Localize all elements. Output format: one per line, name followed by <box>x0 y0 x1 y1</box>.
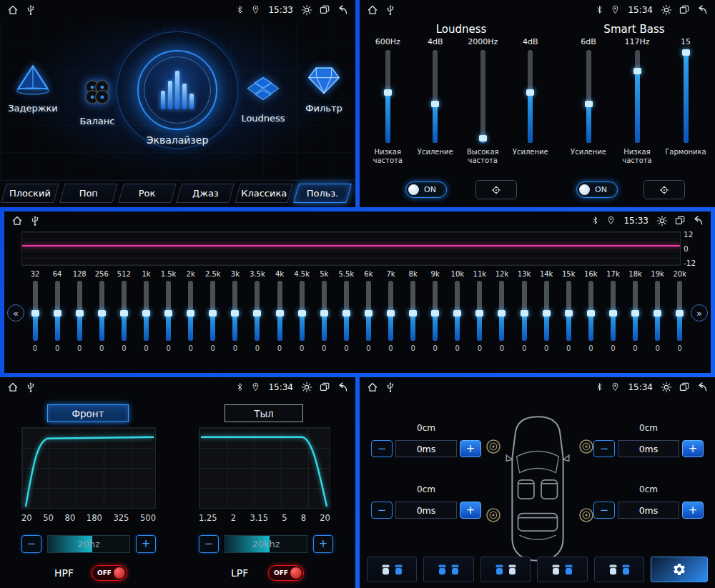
vertical-slider[interactable]: 117Hz Низкая частота <box>614 37 660 165</box>
eq-band[interactable]: 2k 0 <box>182 270 200 352</box>
delay-plus-button[interactable]: + <box>682 502 704 519</box>
menu-item-loudness[interactable]: Loudness <box>230 76 296 124</box>
vertical-slider[interactable]: 600Hz Низкая частота <box>365 37 410 165</box>
brightness-icon[interactable] <box>656 215 668 226</box>
band-track[interactable] <box>655 281 660 341</box>
seat-preset-button[interactable] <box>537 557 587 582</box>
brightness-icon[interactable] <box>301 4 312 16</box>
eq-band[interactable]: 16k 0 <box>581 270 600 352</box>
back-icon[interactable] <box>337 4 348 16</box>
eq-band[interactable]: 4.5k 0 <box>292 270 311 352</box>
eq-band[interactable]: 5.5k 0 <box>337 270 355 352</box>
band-track[interactable] <box>477 281 482 341</box>
eq-band[interactable]: 10k 0 <box>448 270 467 352</box>
hpf-minus-button[interactable]: − <box>21 535 41 553</box>
delay-minus-button[interactable]: − <box>593 502 615 519</box>
delay-minus-button[interactable]: − <box>593 440 615 457</box>
eq-band[interactable]: 15k 0 <box>559 270 578 352</box>
seat-preset-button[interactable] <box>480 557 531 582</box>
band-track[interactable] <box>410 281 415 341</box>
slider-track[interactable] <box>385 50 390 143</box>
vertical-slider[interactable]: 4dB Усиление <box>508 37 553 165</box>
slider-track[interactable] <box>528 50 533 143</box>
vertical-slider[interactable]: 4dB Усиление <box>413 37 458 165</box>
lpf-minus-button[interactable]: − <box>199 535 219 553</box>
vertical-slider[interactable]: 15 Гармоника <box>663 37 709 165</box>
band-track[interactable] <box>322 281 327 341</box>
seat-preset-button[interactable] <box>594 557 644 582</box>
loudness-target-button[interactable] <box>475 180 517 199</box>
tab-front[interactable]: Фронт <box>47 404 129 422</box>
hpf-off-toggle[interactable]: OFF <box>92 565 127 581</box>
preset-tab[interactable]: Рок <box>119 183 176 204</box>
recent-apps-icon[interactable] <box>319 382 330 393</box>
eq-band[interactable]: 32 0 <box>26 270 44 352</box>
eq-band[interactable]: 9k 0 <box>426 270 445 352</box>
band-track[interactable] <box>55 281 60 341</box>
slider-track[interactable] <box>635 50 640 143</box>
eq-band[interactable]: 256 0 <box>92 270 111 352</box>
band-track[interactable] <box>144 281 149 341</box>
prev-page-button[interactable]: « <box>7 304 24 322</box>
back-icon[interactable] <box>692 215 704 226</box>
menu-item-equalizer[interactable]: Эквалайзер <box>129 50 226 146</box>
recent-apps-icon[interactable] <box>319 4 330 16</box>
eq-band[interactable]: 3.5k 0 <box>248 270 267 352</box>
delay-plus-button[interactable]: + <box>682 440 704 457</box>
band-track[interactable] <box>455 281 460 341</box>
eq-band[interactable]: 3k 0 <box>226 270 245 352</box>
hpf-plus-button[interactable]: + <box>136 535 156 553</box>
band-track[interactable] <box>388 281 393 341</box>
band-track[interactable] <box>300 281 305 341</box>
eq-band[interactable]: 13k 0 <box>515 270 533 352</box>
delay-minus-button[interactable]: − <box>371 440 393 457</box>
slider-track[interactable] <box>684 50 689 143</box>
band-track[interactable] <box>522 281 527 341</box>
eq-band[interactable]: 14k 0 <box>537 270 556 352</box>
band-track[interactable] <box>566 281 571 341</box>
brightness-icon[interactable] <box>661 382 672 393</box>
band-track[interactable] <box>77 281 82 341</box>
eq-band[interactable]: 18k 0 <box>626 270 645 352</box>
loudness-on-toggle[interactable]: ON <box>405 181 447 198</box>
delay-plus-button[interactable]: + <box>460 440 481 457</box>
slider-track[interactable] <box>586 50 591 143</box>
back-icon[interactable] <box>337 382 348 393</box>
band-track[interactable] <box>611 281 616 341</box>
lpf-frequency-slider[interactable]: 20khz <box>225 535 307 553</box>
eq-band[interactable]: 4k 0 <box>270 270 289 352</box>
eq-band[interactable]: 6k 0 <box>359 270 378 352</box>
band-track[interactable] <box>33 281 38 341</box>
band-track[interactable] <box>99 281 104 341</box>
menu-item-filter[interactable]: Фильтр <box>296 64 352 114</box>
vertical-slider[interactable]: 2000Hz Высокая частота <box>460 37 506 165</box>
brightness-icon[interactable] <box>661 4 672 16</box>
band-track[interactable] <box>166 281 171 341</box>
home-icon[interactable] <box>7 382 19 393</box>
eq-band[interactable]: 7k 0 <box>382 270 400 352</box>
eq-band[interactable]: 2.5k 0 <box>204 270 222 352</box>
menu-item-delays[interactable]: Задержки <box>1 63 64 114</box>
eq-band[interactable]: 19k 0 <box>649 270 667 352</box>
band-track[interactable] <box>433 281 438 341</box>
preset-tab[interactable]: Плоский <box>1 183 59 204</box>
vertical-slider[interactable]: 6dB Усиление <box>566 37 611 165</box>
slider-track[interactable] <box>433 50 438 143</box>
delay-minus-button[interactable]: − <box>371 502 393 519</box>
band-track[interactable] <box>122 281 127 341</box>
band-track[interactable] <box>633 281 638 341</box>
preset-tab[interactable]: Поп <box>60 183 117 204</box>
eq-band[interactable]: 1.5k 0 <box>159 270 178 352</box>
recent-apps-icon[interactable] <box>674 215 686 226</box>
smart-bass-target-button[interactable] <box>644 180 685 199</box>
next-page-button[interactable]: » <box>691 304 708 322</box>
band-track[interactable] <box>188 281 193 341</box>
seat-preset-button[interactable] <box>423 557 473 582</box>
eq-band[interactable]: 5k 0 <box>315 270 333 352</box>
recent-apps-icon[interactable] <box>679 4 690 16</box>
delay-settings-button[interactable] <box>651 557 708 582</box>
slider-track[interactable] <box>480 50 485 143</box>
preset-tab[interactable]: Джаз <box>177 183 234 204</box>
eq-band[interactable]: 20k 0 <box>671 270 689 352</box>
preset-tab[interactable]: Польз. <box>294 183 351 204</box>
